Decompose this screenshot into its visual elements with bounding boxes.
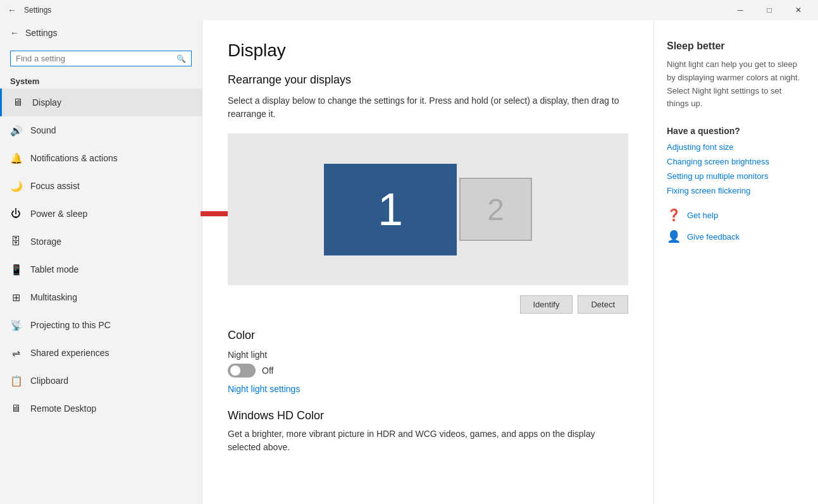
sidebar-item-label: Power & sleep — [30, 209, 87, 219]
system-section-label: System — [0, 71, 202, 89]
titlebar-controls: ─ □ ✕ — [726, 0, 813, 20]
sidebar-item-label: Remote Desktop — [30, 403, 96, 414]
titlebar-left: ← Settings — [5, 3, 51, 18]
notifications-icon: 🔔 — [10, 152, 22, 164]
sidebar-item-display[interactable]: 🖥 Display — [0, 89, 202, 116]
get-help-text: Get help — [687, 211, 718, 220]
sidebar-item-multitasking[interactable]: ⊞ Multitasking — [0, 283, 202, 311]
screen-flickering-link[interactable]: Fixing screen flickering — [667, 186, 805, 195]
sleep-better-desc: Night light can help you get to sleep by… — [667, 58, 805, 111]
changing-brightness-link[interactable]: Changing screen brightness — [667, 157, 805, 166]
detect-button[interactable]: Detect — [578, 295, 628, 314]
have-question-title: Have a question? — [667, 126, 805, 136]
night-light-toggle[interactable] — [228, 364, 256, 378]
sound-icon: 🔊 — [10, 125, 22, 137]
monitor-2[interactable]: 2 — [459, 178, 532, 241]
rearrange-title: Rearrange your displays — [228, 73, 628, 87]
search-box[interactable]: 🔍 — [10, 51, 192, 66]
sidebar-item-storage[interactable]: 🗄 Storage — [0, 228, 202, 255]
main-content: Display Rearrange your displays Select a… — [202, 20, 654, 504]
monitor-1[interactable]: 1 — [324, 164, 457, 255]
adjusting-font-link[interactable]: Adjusting font size — [667, 142, 805, 152]
tablet-icon: 📱 — [10, 264, 22, 276]
remote-icon: 🖥 — [10, 403, 22, 414]
sleep-better-title: Sleep better — [667, 40, 805, 52]
sidebar-item-label: Projecting to this PC — [30, 320, 111, 330]
sidebar-item-label: Shared experiences — [30, 348, 109, 358]
sidebar-back-label: Settings — [25, 28, 58, 38]
rearrange-desc: Select a display below to change the set… — [228, 94, 628, 121]
give-feedback-icon: 👤 — [667, 230, 681, 243]
multiple-monitors-link[interactable]: Setting up multiple monitors — [667, 171, 805, 181]
winhd-title: Windows HD Color — [228, 409, 628, 422]
sidebar-item-label: Multitasking — [30, 292, 77, 302]
sidebar-item-label: Notifications & actions — [30, 153, 118, 163]
sidebar-item-label: Sound — [30, 125, 56, 135]
projecting-icon: 📡 — [10, 319, 22, 331]
monitor-2-number: 2 — [487, 192, 504, 227]
sidebar-item-label: Display — [32, 97, 61, 108]
sidebar-item-tablet[interactable]: 📱 Tablet mode — [0, 255, 202, 283]
sidebar-item-label: Focus assist — [30, 181, 80, 191]
back-icon[interactable]: ← — [5, 3, 19, 18]
night-light-settings-link[interactable]: Night light settings — [228, 384, 628, 394]
color-section-title: Color — [228, 329, 628, 342]
right-panel: Sleep better Night light can help you ge… — [654, 20, 818, 504]
winhd-desc: Get a brighter, more vibrant picture in … — [228, 427, 628, 454]
shared-icon: ⇌ — [10, 347, 22, 359]
maximize-button[interactable]: □ — [755, 0, 784, 20]
multitasking-icon: ⊞ — [10, 292, 22, 304]
page-title: Display — [228, 40, 628, 61]
sidebar-item-label: Tablet mode — [30, 264, 78, 274]
sidebar-item-remote[interactable]: 🖥 Remote Desktop — [0, 395, 202, 422]
clipboard-icon: 📋 — [10, 375, 22, 387]
minimize-button[interactable]: ─ — [726, 0, 755, 20]
identify-button[interactable]: Identify — [520, 295, 573, 314]
help-section: ❓ Get help 👤 Give feedback — [667, 208, 805, 243]
search-input[interactable] — [16, 54, 173, 63]
display-preview: 1 2 — [228, 133, 628, 285]
give-feedback-row[interactable]: 👤 Give feedback — [667, 230, 805, 243]
storage-icon: 🗄 — [10, 236, 22, 247]
sidebar-item-clipboard[interactable]: 📋 Clipboard — [0, 367, 202, 395]
display-buttons-row: Identify Detect — [228, 295, 628, 314]
sidebar: ← Settings 🔍 System 🖥 Display 🔊 Sound 🔔 … — [0, 0, 202, 504]
toggle-thumb — [230, 366, 240, 376]
sidebar-item-focus[interactable]: 🌙 Focus assist — [0, 172, 202, 200]
sidebar-item-shared[interactable]: ⇌ Shared experiences — [0, 339, 202, 367]
give-feedback-text: Give feedback — [687, 232, 740, 242]
sidebar-item-label: Storage — [30, 237, 61, 247]
toggle-state-label: Off — [262, 366, 273, 376]
get-help-icon: ❓ — [667, 208, 681, 222]
close-button[interactable]: ✕ — [784, 0, 813, 20]
monitor-1-number: 1 — [378, 183, 403, 235]
search-icon: 🔍 — [177, 54, 186, 63]
titlebar: ← Settings ─ □ ✕ — [0, 0, 818, 20]
focus-icon: 🌙 — [10, 180, 22, 192]
sidebar-back-button[interactable]: ← Settings — [0, 20, 202, 46]
display-icon: 🖥 — [12, 97, 23, 108]
night-light-label: Night light — [228, 350, 628, 360]
back-arrow-icon: ← — [10, 28, 19, 38]
sidebar-item-projecting[interactable]: 📡 Projecting to this PC — [0, 311, 202, 339]
get-help-row[interactable]: ❓ Get help — [667, 208, 805, 222]
sidebar-item-sound[interactable]: 🔊 Sound — [0, 116, 202, 144]
night-light-toggle-row: Off — [228, 364, 628, 378]
sidebar-item-label: Clipboard — [30, 376, 68, 386]
sidebar-item-notifications[interactable]: 🔔 Notifications & actions — [0, 144, 202, 172]
app-title: Settings — [24, 6, 51, 15]
sidebar-item-power[interactable]: ⏻ Power & sleep — [0, 200, 202, 228]
power-icon: ⏻ — [10, 208, 22, 219]
